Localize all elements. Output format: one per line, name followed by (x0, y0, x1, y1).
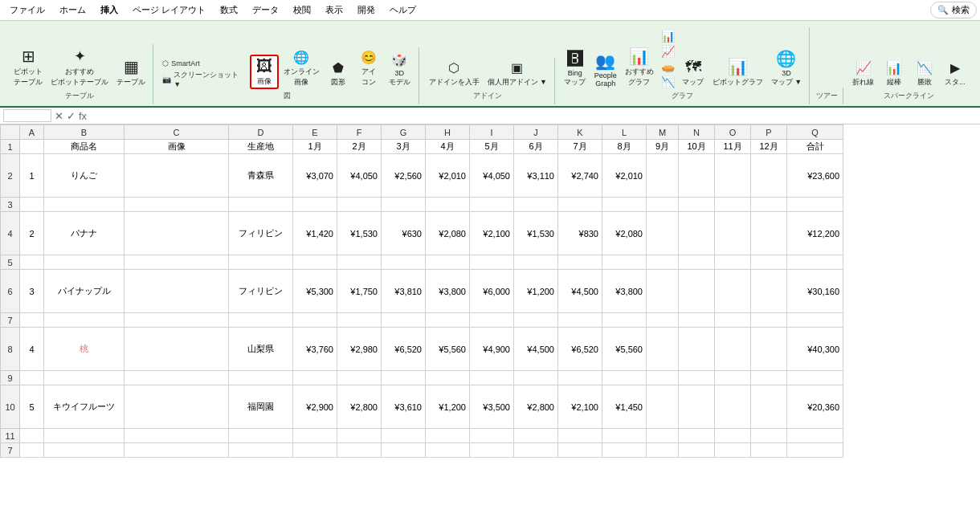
cell-c6[interactable] (125, 270, 229, 313)
header-k[interactable]: K (558, 125, 602, 140)
cell-e6[interactable]: ¥5,300 (293, 270, 337, 313)
cell-h1[interactable]: 4月 (426, 140, 470, 154)
cell-a10[interactable]: 5 (20, 385, 44, 429)
cell-o2[interactable] (715, 154, 751, 198)
cell-b4[interactable]: バナナ (44, 212, 125, 255)
menu-dev[interactable]: 開発 (351, 2, 382, 18)
cell-d6[interactable]: フィリピン (229, 270, 293, 313)
cell-k6[interactable]: ¥4,500 (558, 270, 602, 313)
pie-chart-button[interactable]: 🥧 (659, 59, 677, 74)
smartart-button[interactable]: ⬡ SmartArt (160, 59, 248, 68)
row-header-8[interactable]: 8 (1, 328, 20, 371)
header-o[interactable]: O (715, 125, 751, 140)
cell-q4[interactable]: ¥12,200 (787, 212, 843, 255)
pivot-table-button[interactable]: ⊞ ピボットテーブル (10, 46, 46, 89)
cell-p10[interactable] (751, 385, 787, 429)
cell-k10[interactable]: ¥2,100 (558, 385, 602, 429)
cell-k1[interactable]: 7月 (558, 140, 602, 154)
menu-help[interactable]: ヘルプ (383, 2, 423, 18)
cell-d8[interactable]: 山梨県 (229, 328, 293, 371)
image-button[interactable]: 🖼 画像 (250, 55, 279, 89)
row-header-2[interactable]: 2 (1, 154, 20, 198)
row-header-7-label[interactable]: 7 (1, 443, 20, 458)
insert-function-icon[interactable]: fx (79, 110, 87, 122)
cell-reference[interactable] (3, 109, 51, 122)
sta-button[interactable]: ▶ スタ... (941, 59, 970, 89)
recommended-pivot-button[interactable]: ✦ おすすめピボットテーブル (47, 47, 112, 89)
cell-g4[interactable]: ¥630 (382, 212, 426, 255)
cell-a1[interactable] (20, 140, 44, 154)
header-m[interactable]: M (647, 125, 679, 140)
bing-map-button[interactable]: 🅱 Bingマップ (561, 48, 590, 89)
cell-l4[interactable]: ¥2,080 (602, 212, 647, 255)
header-c[interactable]: C (125, 125, 229, 140)
cell-p4[interactable] (751, 212, 787, 255)
menu-review[interactable]: 校閲 (287, 2, 317, 18)
cell-f4[interactable]: ¥1,530 (337, 212, 382, 255)
cell-h2[interactable]: ¥2,010 (426, 154, 470, 198)
cell-e4[interactable]: ¥1,420 (293, 212, 337, 255)
cancel-formula-icon[interactable]: ✕ (55, 110, 63, 122)
header-e[interactable]: E (293, 125, 337, 140)
cell-b6[interactable]: パイナップル (44, 270, 125, 313)
cell-m8[interactable] (647, 328, 679, 371)
cell-k4[interactable]: ¥830 (558, 212, 602, 255)
menu-home[interactable]: ホーム (53, 2, 92, 18)
cell-m1[interactable]: 9月 (647, 140, 679, 154)
cell-p1[interactable]: 12月 (751, 140, 787, 154)
header-d[interactable]: D (229, 125, 293, 140)
cell-f1[interactable]: 2月 (337, 140, 382, 154)
cell-h4[interactable]: ¥2,080 (426, 212, 470, 255)
winloss-sparkline-button[interactable]: 📉 勝敗 (910, 59, 939, 89)
cell-f2[interactable]: ¥4,050 (337, 154, 382, 198)
cell-d2[interactable]: 青森県 (229, 154, 293, 198)
cell-p6[interactable] (751, 270, 787, 313)
cell-k8[interactable]: ¥6,520 (558, 328, 602, 371)
get-addin-button[interactable]: ⬡ アドインを入手 (426, 59, 483, 89)
line-sparkline-button[interactable]: 📈 折れ線 (849, 59, 878, 89)
cell-l1[interactable]: 8月 (602, 140, 647, 154)
cell-g8[interactable]: ¥6,520 (382, 328, 426, 371)
cell-i8[interactable]: ¥4,900 (470, 328, 514, 371)
menu-file[interactable]: ファイル (3, 2, 51, 18)
header-l[interactable]: L (602, 125, 647, 140)
column-sparkline-button[interactable]: 📊 縦棒 (880, 59, 909, 89)
header-a[interactable]: A (20, 125, 44, 140)
row-header-10[interactable]: 10 (1, 385, 20, 429)
cell-m4[interactable] (647, 212, 679, 255)
cell-l8[interactable]: ¥5,560 (602, 328, 647, 371)
cell-e2[interactable]: ¥3,070 (293, 154, 337, 198)
cell-d10[interactable]: 福岡園 (229, 385, 293, 429)
shape-button[interactable]: ⬟ 図形 (324, 59, 353, 89)
header-b[interactable]: B (44, 125, 125, 140)
cell-f8[interactable]: ¥2,980 (337, 328, 382, 371)
search-area[interactable]: 🔍 検索 (930, 2, 977, 18)
menu-page-layout[interactable]: ページ レイアウト (126, 2, 212, 18)
row-header-6[interactable]: 6 (1, 270, 20, 313)
row-header-4[interactable]: 4 (1, 212, 20, 255)
line-chart-button[interactable]: 📈 (659, 44, 677, 59)
cell-a2[interactable]: 1 (20, 154, 44, 198)
menu-data[interactable]: データ (246, 2, 285, 18)
cell-h8[interactable]: ¥5,560 (426, 328, 470, 371)
cell-j10[interactable]: ¥2,800 (514, 385, 558, 429)
cell-c2[interactable] (125, 154, 229, 198)
cell-j8[interactable]: ¥4,500 (514, 328, 558, 371)
cell-i4[interactable]: ¥2,100 (470, 212, 514, 255)
column-chart-button[interactable]: 📊 (659, 29, 677, 43)
cell-j2[interactable]: ¥3,110 (514, 154, 558, 198)
cell-n1[interactable]: 10月 (679, 140, 715, 154)
map-button[interactable]: 🗺 マップ (679, 56, 708, 89)
cell-c1[interactable]: 画像 (125, 140, 229, 154)
cell-e8[interactable]: ¥3,760 (293, 328, 337, 371)
table-button[interactable]: ▦ テーブル (113, 56, 149, 89)
cell-i10[interactable]: ¥3,500 (470, 385, 514, 429)
header-p[interactable]: P (751, 125, 787, 140)
pivot-chart-button[interactable]: 📊 ピボットグラフ (709, 56, 766, 89)
cell-m6[interactable] (647, 270, 679, 313)
row-header-11[interactable]: 11 (1, 429, 20, 443)
cell-q8[interactable]: ¥40,300 (787, 328, 843, 371)
row-header-1[interactable]: 1 (1, 140, 20, 154)
bar-chart-button[interactable]: 📉 (659, 75, 677, 89)
cell-o4[interactable] (715, 212, 751, 255)
